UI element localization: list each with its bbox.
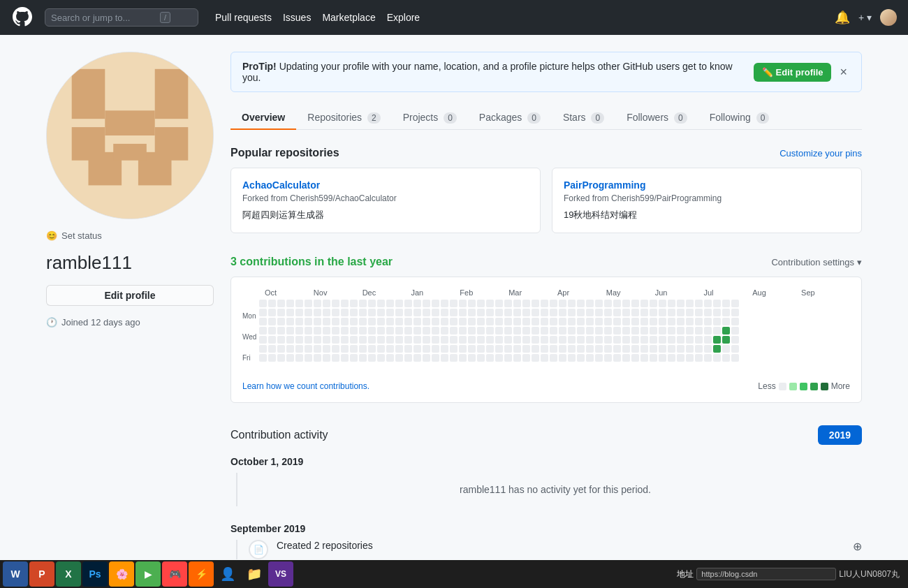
graph-cell[interactable]: [359, 336, 367, 344]
graph-cell[interactable]: [486, 300, 494, 307]
graph-cell[interactable]: [604, 345, 612, 353]
graph-cell[interactable]: [513, 327, 521, 335]
graph-cell[interactable]: [477, 309, 485, 316]
graph-cell[interactable]: [640, 354, 648, 362]
graph-cell[interactable]: [713, 309, 721, 316]
graph-cell[interactable]: [259, 318, 267, 325]
graph-cell[interactable]: [504, 309, 512, 316]
graph-cell[interactable]: [441, 345, 448, 353]
graph-cell[interactable]: [286, 327, 294, 335]
graph-cell[interactable]: [722, 336, 730, 344]
graph-cell[interactable]: [604, 354, 612, 362]
graph-cell[interactable]: [404, 354, 412, 362]
graph-cell[interactable]: [713, 327, 721, 335]
edit-profile-button[interactable]: Edit profile: [46, 285, 214, 306]
graph-cell[interactable]: [513, 345, 521, 353]
graph-cell[interactable]: [595, 345, 603, 353]
graph-cell[interactable]: [413, 318, 421, 325]
graph-cell[interactable]: [277, 318, 285, 325]
graph-cell[interactable]: [404, 345, 412, 353]
graph-cell[interactable]: [459, 336, 467, 344]
graph-cell[interactable]: [450, 327, 457, 335]
graph-cell[interactable]: [477, 336, 485, 344]
graph-cell[interactable]: [559, 318, 566, 325]
graph-cell[interactable]: [559, 300, 566, 307]
graph-cell[interactable]: [604, 336, 612, 344]
graph-cell[interactable]: [495, 345, 503, 353]
graph-cell[interactable]: [722, 300, 730, 307]
graph-cell[interactable]: [577, 336, 585, 344]
taskbar-app7-button[interactable]: ⚡: [189, 561, 214, 582]
graph-cell[interactable]: [659, 345, 666, 353]
taskbar-powerpoint-button[interactable]: P: [29, 561, 54, 582]
graph-cell[interactable]: [295, 300, 303, 307]
graph-cell[interactable]: [314, 345, 321, 353]
graph-cell[interactable]: [323, 336, 330, 344]
graph-cell[interactable]: [377, 327, 385, 335]
graph-cell[interactable]: [314, 336, 321, 344]
graph-cell[interactable]: [395, 318, 403, 325]
graph-cell[interactable]: [277, 300, 285, 307]
graph-cell[interactable]: [477, 354, 485, 362]
graph-cell[interactable]: [377, 354, 385, 362]
tab-followers[interactable]: Followers 0: [615, 106, 698, 130]
graph-cell[interactable]: [595, 300, 603, 307]
graph-cell[interactable]: [677, 354, 684, 362]
graph-cell[interactable]: [586, 345, 594, 353]
graph-cell[interactable]: [459, 300, 467, 307]
graph-cell[interactable]: [513, 300, 521, 307]
plus-menu[interactable]: + ▾: [858, 12, 872, 23]
graph-cell[interactable]: [404, 318, 412, 325]
graph-cell[interactable]: [413, 345, 421, 353]
graph-cell[interactable]: [432, 300, 439, 307]
tab-projects[interactable]: Projects 0: [392, 106, 468, 130]
graph-cell[interactable]: [404, 327, 412, 335]
graph-cell[interactable]: [386, 345, 394, 353]
graph-cell[interactable]: [377, 309, 385, 316]
graph-cell[interactable]: [568, 354, 576, 362]
graph-cell[interactable]: [432, 336, 439, 344]
graph-cell[interactable]: [386, 336, 394, 344]
graph-cell[interactable]: [441, 318, 448, 325]
graph-cell[interactable]: [686, 345, 694, 353]
graph-cell[interactable]: [368, 345, 376, 353]
graph-cell[interactable]: [577, 345, 585, 353]
graph-cell[interactable]: [522, 309, 530, 316]
graph-cell[interactable]: [631, 318, 639, 325]
graph-cell[interactable]: [468, 354, 476, 362]
graph-cell[interactable]: [305, 336, 312, 344]
graph-cell[interactable]: [468, 300, 476, 307]
graph-cell[interactable]: [377, 336, 385, 344]
graph-cell[interactable]: [559, 336, 566, 344]
graph-cell[interactable]: [368, 300, 376, 307]
graph-cell[interactable]: [495, 327, 503, 335]
graph-cell[interactable]: [577, 354, 585, 362]
graph-cell[interactable]: [486, 354, 494, 362]
graph-cell[interactable]: [640, 318, 648, 325]
graph-cell[interactable]: [622, 345, 630, 353]
graph-cell[interactable]: [686, 327, 694, 335]
graph-cell[interactable]: [295, 345, 303, 353]
taskbar-excel-button[interactable]: X: [56, 561, 81, 582]
graph-cell[interactable]: [640, 336, 648, 344]
graph-cell[interactable]: [432, 354, 439, 362]
graph-cell[interactable]: [650, 309, 657, 316]
graph-cell[interactable]: [432, 309, 439, 316]
graph-cell[interactable]: [286, 354, 294, 362]
graph-cell[interactable]: [268, 309, 276, 316]
graph-cell[interactable]: [486, 336, 494, 344]
graph-cell[interactable]: [731, 345, 739, 353]
graph-cell[interactable]: [568, 309, 576, 316]
graph-cell[interactable]: [532, 345, 539, 353]
graph-cell[interactable]: [286, 345, 294, 353]
graph-cell[interactable]: [659, 336, 666, 344]
contribution-settings-button[interactable]: Contribution settings ▾: [771, 257, 862, 267]
graph-cell[interactable]: [568, 327, 576, 335]
graph-cell[interactable]: [550, 327, 557, 335]
taskbar-app5-button[interactable]: ▶: [136, 561, 161, 582]
graph-cell[interactable]: [450, 354, 457, 362]
graph-cell[interactable]: [404, 300, 412, 307]
graph-cell[interactable]: [459, 345, 467, 353]
graph-cell[interactable]: [468, 309, 476, 316]
graph-cell[interactable]: [286, 309, 294, 316]
